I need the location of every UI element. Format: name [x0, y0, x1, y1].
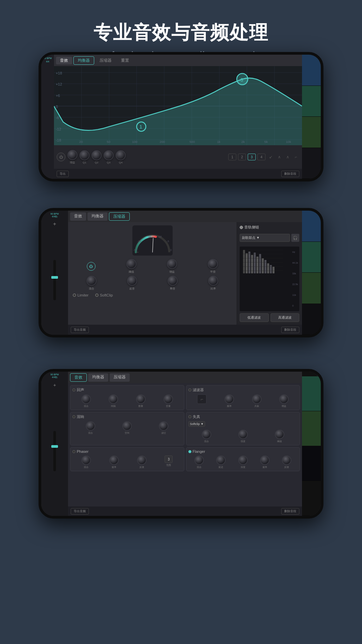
- comp-export-btn[interactable]: 导出音频: [71, 327, 89, 333]
- echo-panel: 回声 混合 间隔: [70, 385, 184, 410]
- q2-knob[interactable]: [92, 150, 102, 160]
- limiter-radio[interactable]: [73, 293, 76, 297]
- phaser-toggle-dot[interactable]: [72, 450, 75, 453]
- release-knob[interactable]: [168, 276, 178, 286]
- highpass-btn[interactable]: 高通滤波: [270, 313, 300, 322]
- fx-delete-btn[interactable]: 删除音段: [281, 508, 299, 515]
- filter-knobs: ⌐ 频率 共振: [188, 394, 298, 408]
- flanger-rate-knob[interactable]: [260, 455, 269, 465]
- tab-eq[interactable]: 均衡器: [73, 56, 94, 65]
- band-3-btn[interactable]: 3: [248, 154, 256, 160]
- comp-fader[interactable]: [43, 227, 67, 333]
- fx-left-controls: +: [43, 382, 67, 388]
- fader-thumb[interactable]: [51, 276, 58, 279]
- q3-knob-group: Q3: [104, 150, 114, 164]
- eq-delete-btn[interactable]: 删除音段: [281, 171, 299, 177]
- band-1-btn[interactable]: 1: [228, 154, 236, 160]
- reverb-space-knob[interactable]: [122, 421, 132, 431]
- ratio-knob[interactable]: [208, 276, 218, 286]
- flanger-feedback-knob[interactable]: [282, 455, 291, 465]
- tab-reset[interactable]: 重置: [117, 57, 133, 64]
- phone2-side-button: [322, 244, 323, 268]
- fx-tab-comp[interactable]: 压缩器: [110, 373, 130, 382]
- flanger-depth-knob[interactable]: [238, 455, 248, 465]
- svg-text:10k: 10k: [286, 140, 291, 144]
- limiter-option[interactable]: Limiter: [73, 293, 88, 297]
- phaser-mix-knob-group: 混合: [81, 455, 91, 469]
- comp-tab-comp[interactable]: 压缩器: [109, 212, 130, 221]
- dist-drive-knob[interactable]: [238, 430, 248, 439]
- echo-toggle-dot[interactable]: [72, 388, 75, 391]
- gain-knob[interactable]: [67, 150, 77, 160]
- echo-interval-knob[interactable]: [109, 394, 118, 404]
- softclip-option[interactable]: SoftClip: [95, 293, 113, 297]
- shape-highshelf-icon[interactable]: ⌐: [293, 155, 299, 159]
- fx-export-btn[interactable]: 导出音频: [71, 508, 89, 515]
- filter-gain-knob[interactable]: [279, 394, 289, 404]
- fx-fader-area[interactable]: [43, 388, 67, 514]
- band-shape-row: ↙ ∧ ∧ ⌐: [267, 155, 299, 159]
- attack-label: 起音: [129, 287, 135, 290]
- band-2-btn[interactable]: 2: [238, 154, 246, 160]
- comp-tab-eq[interactable]: 均衡器: [87, 212, 108, 221]
- reverb-toggle-dot[interactable]: [72, 415, 75, 418]
- gain-knob2[interactable]: [167, 259, 177, 269]
- flanger-feedback-knob-group: 反馈: [282, 455, 291, 469]
- flanger-toggle-dot[interactable]: [188, 450, 191, 453]
- q1-knob[interactable]: [79, 150, 89, 160]
- echo-count-knob[interactable]: [136, 394, 145, 404]
- flanger-title: Flanger: [193, 449, 205, 453]
- svg-text:+12: +12: [56, 82, 62, 86]
- fx-tab-eq[interactable]: 均衡器: [88, 373, 108, 382]
- q3-knob[interactable]: [104, 150, 114, 160]
- filter-shape-icon[interactable]: ⌐: [197, 394, 206, 404]
- band-4-btn[interactable]: 4: [257, 154, 265, 160]
- phaser-mix-knob[interactable]: [81, 455, 91, 465]
- lowpass-btn[interactable]: 低通滤波: [240, 313, 269, 322]
- tab-fx[interactable]: 音效: [56, 57, 72, 64]
- shape-peak1-icon[interactable]: ∧: [276, 155, 283, 159]
- shape-peak2-icon[interactable]: ∧: [284, 155, 291, 159]
- sidechain-title: 音轨侧链: [244, 225, 259, 230]
- reverb-filter-knob[interactable]: [159, 421, 168, 431]
- softclip-radio[interactable]: [95, 293, 99, 297]
- mix-knob[interactable]: [86, 276, 97, 286]
- distortion-dropdown[interactable]: Softclip ▼: [188, 421, 205, 427]
- reverb-mix-knob[interactable]: [86, 421, 95, 431]
- svg-text:-50: -50: [133, 249, 136, 251]
- echo-mix-knob[interactable]: [81, 394, 91, 404]
- comp-power-btn[interactable]: ⏻: [87, 262, 96, 271]
- shape-lowshelf-icon[interactable]: ↙: [267, 155, 274, 159]
- distortion-toggle-dot[interactable]: [188, 415, 191, 418]
- headphone-btn[interactable]: 🎧: [291, 234, 299, 242]
- dist-mix-knob[interactable]: [202, 430, 211, 439]
- q4-knob[interactable]: [116, 150, 126, 160]
- filter-toggle-dot[interactable]: [188, 388, 191, 391]
- fx-plus-icon[interactable]: +: [53, 382, 56, 388]
- filter-resonance-knob[interactable]: [252, 394, 261, 404]
- eq-export-btn[interactable]: 导出: [57, 171, 69, 177]
- svg-rect-57: [270, 265, 272, 273]
- gain-label: 增益: [70, 161, 75, 164]
- attack-knob[interactable]: [127, 276, 137, 286]
- phaser-range-input[interactable]: 3: [165, 455, 173, 463]
- dist-thresh-knob[interactable]: [275, 430, 284, 439]
- eq-power-btn[interactable]: ⏻: [57, 153, 65, 161]
- comp-delete-btn[interactable]: 删除音段: [281, 327, 299, 333]
- tab-comp[interactable]: 压缩器: [96, 57, 116, 64]
- comp-plus-icon[interactable]: +: [53, 221, 56, 227]
- flanger-delay-knob[interactable]: [216, 455, 226, 465]
- flanger-mix-knob[interactable]: [194, 455, 204, 465]
- threshold-knob[interactable]: [126, 259, 136, 269]
- svg-text:0: 0: [170, 249, 172, 251]
- sidechain-dropdown[interactable]: 副歌鼓点 ▼: [240, 234, 290, 242]
- comp-tab-fx[interactable]: 音效: [70, 212, 86, 221]
- sidechain-toggle[interactable]: 音轨侧链: [240, 225, 259, 230]
- fx-tab-fx[interactable]: 音效: [70, 373, 87, 382]
- fx-fader-thumb[interactable]: [51, 445, 58, 448]
- echo-volume-knob[interactable]: [164, 394, 173, 404]
- smooth-knob[interactable]: [208, 259, 218, 269]
- filter-freq-knob[interactable]: [225, 394, 234, 404]
- phaser-rate-knob[interactable]: [109, 455, 119, 465]
- phaser-feedback-knob[interactable]: [137, 455, 146, 465]
